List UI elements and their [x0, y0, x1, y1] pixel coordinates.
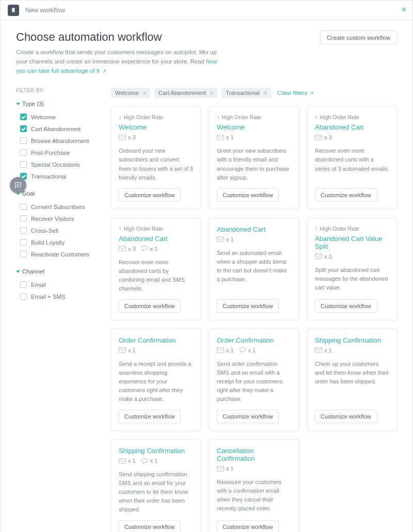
clear-filters-link[interactable]: Clear filters×: [277, 90, 314, 96]
chat-fab[interactable]: [10, 177, 26, 194]
envelope-icon: [217, 466, 224, 472]
checkbox-icon: [20, 251, 27, 257]
checkbox-icon: [20, 227, 27, 234]
workflow-card: Order Confirmationx 1Send a receipt and …: [111, 329, 201, 431]
customize-workflow-button[interactable]: Customize workflow: [119, 520, 181, 532]
filter-group-header[interactable]: Goal: [16, 190, 99, 197]
email-count: x 1: [119, 347, 136, 353]
filter-item-label: Reactivate Customers: [31, 251, 89, 257]
svg-rect-0: [119, 135, 126, 140]
svg-rect-1: [217, 135, 224, 140]
customize-workflow-button[interactable]: Customize workflow: [217, 299, 279, 313]
workflow-card: Shipping Confirmationx 1x 1Send shipping…: [111, 439, 201, 532]
customize-workflow-button[interactable]: Customize workflow: [315, 188, 377, 202]
sms-count: x 1: [141, 246, 158, 252]
email-count: x 3: [119, 246, 136, 252]
filter-item[interactable]: Convert Subscribers: [20, 201, 99, 213]
topbar-title: New workflow: [25, 7, 65, 14]
filter-item[interactable]: Cross-Sell: [20, 224, 99, 236]
envelope-icon: [217, 347, 224, 353]
card-title[interactable]: Cancellation Confirmation: [217, 447, 291, 462]
filter-item[interactable]: Browse Abandonment: [20, 135, 99, 147]
card-title[interactable]: Welcome: [119, 123, 193, 131]
svg-rect-13: [217, 466, 224, 471]
customize-workflow-button[interactable]: Customize workflow: [119, 188, 181, 202]
checkbox-icon: [20, 125, 27, 132]
card-title[interactable]: Welcome: [217, 123, 291, 131]
card-description: Split your abandoned cart messages by th…: [315, 266, 389, 293]
card-title[interactable]: Abandoned Cart Value Split: [315, 235, 389, 250]
filter-item[interactable]: Special Occasions: [20, 158, 99, 170]
arrow-up-icon: ↑: [315, 115, 318, 120]
customize-workflow-button[interactable]: Customize workflow: [217, 410, 279, 423]
card-title[interactable]: Shipping Confirmation: [119, 447, 193, 455]
svg-rect-8: [217, 348, 224, 352]
filter-item-label: Build Loyalty: [31, 239, 65, 246]
card-description: Send an automated email when a shopper a…: [217, 249, 291, 293]
filter-item[interactable]: Email + SMS: [20, 291, 99, 302]
card-meta: x 1: [217, 465, 291, 472]
filter-item[interactable]: Build Loyalty: [20, 236, 99, 248]
badge-text: High Order Rate: [222, 114, 261, 120]
filter-item[interactable]: Post-Purchase: [20, 147, 99, 158]
filter-chip[interactable]: Transactional×: [221, 88, 271, 98]
arrow-up-icon: ↑: [217, 115, 220, 120]
filter-item[interactable]: Reactivate Customers: [20, 248, 99, 260]
filter-item[interactable]: Welcome: [20, 111, 99, 123]
customize-workflow-button[interactable]: Customize workflow: [315, 299, 377, 313]
badge-text: High Order Rate: [320, 225, 359, 232]
card-description: Reassure your customers with a confirmat…: [217, 478, 291, 514]
filter-item[interactable]: Email: [20, 279, 99, 291]
filter-group-label: Channel: [22, 268, 44, 275]
card-meta: x 1x 1: [217, 347, 291, 353]
card-meta: x 3: [315, 134, 389, 140]
card-description: Recover even more abandoned carts with a…: [315, 147, 389, 182]
card-title[interactable]: Order Confirmation: [217, 336, 291, 344]
chip-remove-icon[interactable]: ×: [143, 90, 146, 96]
card-title[interactable]: Order Confirmation: [119, 336, 193, 344]
arrow-up-icon: ↑: [315, 225, 318, 231]
checkbox-icon: [20, 161, 27, 168]
checkbox-icon: [20, 137, 27, 144]
card-title[interactable]: Abandoned Cart: [315, 123, 389, 131]
filter-group-header[interactable]: Type (3): [16, 101, 99, 107]
checkbox-icon: [20, 239, 27, 246]
chip-remove-icon[interactable]: ×: [264, 90, 267, 96]
filter-item[interactable]: Cart Abandonment: [20, 123, 99, 135]
filter-chip[interactable]: Cart Abandonment×: [154, 88, 217, 98]
email-count: x 1: [217, 236, 234, 243]
svg-rect-12: [141, 458, 148, 462]
envelope-icon: [315, 135, 322, 140]
customize-workflow-button[interactable]: Customize workflow: [119, 299, 181, 313]
card-title[interactable]: Abandoned Cart: [119, 235, 193, 243]
card-description: Send a receipt and provide a seamless sh…: [119, 360, 193, 404]
customize-workflow-button[interactable]: Customize workflow: [315, 410, 377, 423]
filter-group-header[interactable]: Channel: [16, 268, 99, 275]
filter-item-label: Email + SMS: [31, 294, 66, 300]
chip-label: Transactional: [226, 90, 260, 96]
content: Choose automation workflow Create custom…: [1, 20, 412, 532]
create-custom-workflow-button[interactable]: Create custom workflow: [320, 30, 397, 45]
email-count: x 1: [315, 347, 332, 353]
card-meta: x 1: [119, 347, 193, 353]
customize-workflow-button[interactable]: Customize workflow: [119, 410, 181, 423]
customize-workflow-button[interactable]: Customize workflow: [217, 520, 279, 532]
chip-remove-icon[interactable]: ×: [210, 90, 213, 96]
customize-workflow-button[interactable]: Customize workflow: [217, 188, 279, 202]
filter-item[interactable]: Recover Visitors: [20, 213, 99, 224]
modal-frame: New workflow × Choose automation workflo…: [0, 0, 413, 532]
filter-item-label: Welcome: [31, 114, 56, 120]
svg-rect-5: [217, 237, 224, 241]
filter-chip[interactable]: Welcome×: [111, 88, 150, 98]
caret-down-icon: [16, 270, 20, 273]
card-title[interactable]: Abandoned Cart: [217, 225, 291, 233]
filter-item[interactable]: Transactional: [20, 170, 99, 182]
card-badge: ↑High Order Rate: [119, 225, 193, 232]
email-count: x 3: [315, 253, 332, 260]
logo-icon: [10, 7, 17, 13]
workflow-card: ↑High Order RateAbandoned Cart Value Spl…: [307, 218, 397, 320]
card-meta: x 1x 1: [119, 458, 193, 464]
close-icon: ×: [310, 90, 314, 96]
card-title[interactable]: Shipping Confirmation: [315, 336, 389, 344]
close-icon[interactable]: ×: [402, 6, 406, 14]
